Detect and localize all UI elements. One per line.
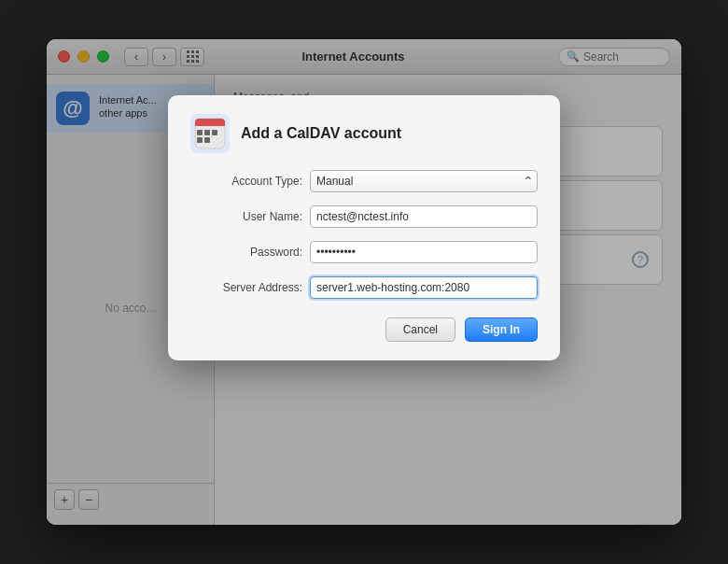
server-address-field[interactable] <box>310 276 538 299</box>
server-label: Server Address: <box>190 281 302 294</box>
password-field[interactable] <box>310 241 538 263</box>
modal-buttons: Cancel Sign In <box>190 317 538 342</box>
modal-overlay: Add a CalDAV account Account Type: Manua… <box>47 39 681 525</box>
signin-button[interactable]: Sign In <box>465 317 538 342</box>
password-row: Password: <box>190 241 538 263</box>
caldav-modal: Add a CalDAV account Account Type: Manua… <box>168 95 560 360</box>
svg-rect-4 <box>204 130 210 135</box>
account-type-select[interactable]: Manual Automatic <box>310 170 538 192</box>
main-window: ‹ › Internet Accounts 🔍 @ Internet Ac...… <box>47 39 681 525</box>
username-row: User Name: <box>190 205 538 228</box>
account-type-label: Account Type: <box>190 175 302 188</box>
svg-rect-2 <box>195 122 225 126</box>
svg-rect-7 <box>204 137 210 143</box>
svg-rect-6 <box>197 137 203 143</box>
modal-title: Add a CalDAV account <box>241 125 401 142</box>
server-row: Server Address: <box>190 276 538 299</box>
username-label: User Name: <box>190 210 302 223</box>
cancel-button[interactable]: Cancel <box>385 317 455 342</box>
svg-rect-3 <box>197 130 203 135</box>
account-type-row: Account Type: Manual Automatic ⌃ <box>190 170 538 192</box>
svg-rect-5 <box>212 130 217 135</box>
account-type-select-wrapper: Manual Automatic ⌃ <box>310 170 538 192</box>
modal-header: Add a CalDAV account <box>190 114 538 153</box>
password-label: Password: <box>190 246 302 259</box>
username-field[interactable] <box>310 205 538 228</box>
modal-caldav-icon <box>190 114 230 153</box>
